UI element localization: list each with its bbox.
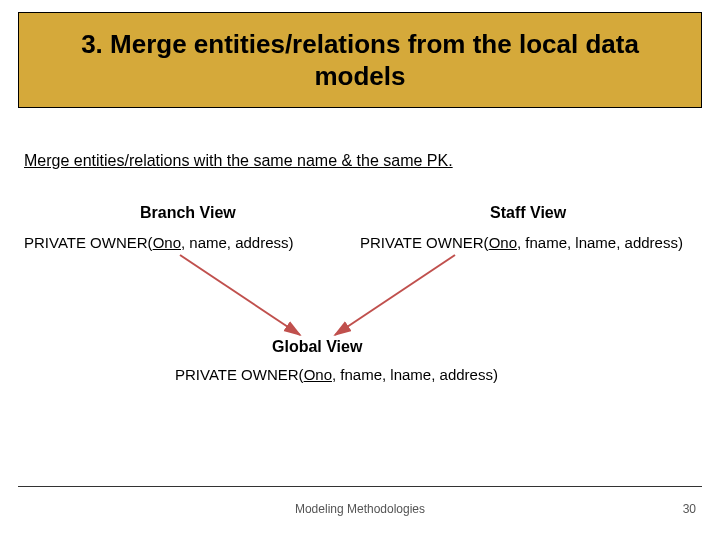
footer-rule bbox=[18, 486, 702, 487]
arrow-branch-to-global bbox=[180, 255, 300, 335]
staff-relation-pk: Ono bbox=[489, 234, 517, 251]
global-relation-suffix: , fname, lname, address) bbox=[332, 366, 498, 383]
staff-view-label: Staff View bbox=[490, 204, 566, 222]
staff-relation: PRIVATE OWNER(Ono, fname, lname, address… bbox=[360, 234, 683, 251]
branch-relation: PRIVATE OWNER(Ono, name, address) bbox=[24, 234, 294, 251]
branch-view-label: Branch View bbox=[140, 204, 236, 222]
slide: 3. Merge entities/relations from the loc… bbox=[0, 0, 720, 540]
staff-relation-prefix: PRIVATE OWNER( bbox=[360, 234, 489, 251]
staff-relation-suffix: , fname, lname, address) bbox=[517, 234, 683, 251]
slide-subtitle: Merge entities/relations with the same n… bbox=[24, 152, 453, 170]
page-number: 30 bbox=[683, 502, 696, 516]
branch-relation-suffix: , name, address) bbox=[181, 234, 294, 251]
branch-relation-prefix: PRIVATE OWNER( bbox=[24, 234, 153, 251]
global-view-label: Global View bbox=[272, 338, 362, 356]
title-band: 3. Merge entities/relations from the loc… bbox=[18, 12, 702, 108]
global-relation-pk: Ono bbox=[304, 366, 332, 383]
slide-title: 3. Merge entities/relations from the loc… bbox=[43, 28, 677, 93]
branch-relation-pk: Ono bbox=[153, 234, 181, 251]
global-relation: PRIVATE OWNER(Ono, fname, lname, address… bbox=[175, 366, 498, 383]
arrow-staff-to-global bbox=[335, 255, 455, 335]
footer-text: Modeling Methodologies bbox=[0, 502, 720, 516]
global-relation-prefix: PRIVATE OWNER( bbox=[175, 366, 304, 383]
